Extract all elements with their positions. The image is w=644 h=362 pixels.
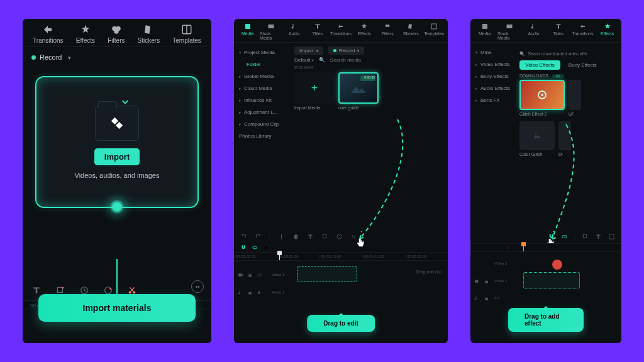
- speed-icon[interactable]: [336, 233, 343, 240]
- redo-icon[interactable]: [255, 233, 262, 240]
- video-track-2[interactable]: Video 2: [470, 257, 621, 270]
- tab-titles[interactable]: Titles: [306, 23, 328, 40]
- delete-icon[interactable]: [292, 233, 299, 240]
- more-icon[interactable]: [350, 233, 357, 240]
- search-input[interactable]: [528, 52, 603, 56]
- tab-effects[interactable]: Effects: [353, 23, 375, 40]
- link-icon[interactable]: [561, 233, 568, 240]
- tab-transitions[interactable]: Transitions: [330, 23, 352, 40]
- lock-icon[interactable]: [247, 272, 253, 278]
- import-media-card[interactable]: +: [294, 72, 335, 104]
- sidebar-item-project-media[interactable]: ▾Project Media: [234, 47, 291, 58]
- sidebar-item-video-effects[interactable]: ▸Video Effects: [470, 58, 516, 70]
- search-input[interactable]: [330, 57, 380, 63]
- tab-effects[interactable]: Effects: [596, 23, 619, 40]
- video-track-1[interactable]: Video 1 Drag and dro: [234, 266, 448, 283]
- import-dropdown[interactable]: Import▾: [294, 47, 323, 55]
- audio-icon: [238, 290, 243, 295]
- lock-icon[interactable]: [484, 295, 489, 301]
- search-icon: 🔍: [519, 52, 525, 56]
- sidebar-item-audio-effects[interactable]: ▸Audio Effects: [470, 82, 516, 94]
- sidebar-item-body-effects[interactable]: ▸Body Effects: [470, 70, 516, 82]
- tab-templates[interactable]: Templates: [172, 24, 201, 44]
- sidebar-item-cloud-media[interactable]: ▸Cloud Media: [234, 82, 291, 94]
- crop-icon[interactable]: [321, 233, 328, 240]
- tab-titles[interactable]: Titles: [547, 23, 570, 40]
- timeline-ruler[interactable]: [470, 243, 621, 252]
- filter-body-effects[interactable]: Body Effects: [563, 60, 602, 70]
- filter-video-effects[interactable]: Video Effects: [519, 60, 560, 70]
- video-icon: [238, 272, 243, 278]
- svg-point-24: [259, 274, 260, 275]
- svg-point-15: [387, 25, 390, 27]
- sidebar-item-influence-kit[interactable]: ▸Influence Kit: [234, 94, 291, 106]
- effect-clip[interactable]: [552, 260, 562, 270]
- section-label: FOLDER: [294, 65, 444, 70]
- panel-drag-to-add-effect: Media Stock Media Audio Titles Transitio…: [470, 19, 621, 343]
- undo-icon[interactable]: [240, 233, 247, 240]
- tab-stickers[interactable]: Stickers: [138, 24, 160, 44]
- audio-icon: [474, 295, 480, 301]
- sidebar-item-compound-clip[interactable]: ▸Compound Clip: [234, 118, 291, 130]
- sidebar-item-global-media[interactable]: ▸Global Media: [234, 70, 291, 82]
- effect-thumbnail-color-glitch[interactable]: [519, 121, 555, 150]
- magnet-icon[interactable]: [240, 244, 247, 251]
- record-dropdown[interactable]: Record: [23, 47, 211, 67]
- tab-audio[interactable]: Audio: [283, 23, 305, 40]
- media-browser: Import▾ Record▾ Default ▾ 🔍 FOLDER + Imp…: [291, 43, 448, 168]
- tab-filters[interactable]: Filters: [108, 24, 125, 44]
- link-icon[interactable]: [252, 244, 258, 251]
- import-drop-zone[interactable]: Import Videos, audios, and images: [35, 76, 199, 208]
- sidebar-item-mine[interactable]: ▾Mine: [470, 47, 516, 58]
- text-icon[interactable]: [595, 233, 602, 240]
- playhead[interactable]: [279, 253, 280, 260]
- effect-thumbnail-glitch[interactable]: [519, 80, 565, 110]
- marker-icon[interactable]: [263, 244, 269, 251]
- more-icon[interactable]: [608, 233, 615, 240]
- tab-media[interactable]: Media: [236, 23, 258, 40]
- tab-stock-media[interactable]: Stock Media: [260, 23, 282, 40]
- split-icon[interactable]: [278, 233, 285, 240]
- playhead[interactable]: [523, 244, 524, 251]
- lock-icon[interactable]: [247, 290, 253, 295]
- svg-rect-19: [253, 246, 257, 248]
- tab-transitions[interactable]: Transitions: [571, 23, 594, 40]
- tab-stock-media[interactable]: Stock Media: [497, 23, 521, 40]
- tab-filters[interactable]: Filters: [377, 23, 399, 40]
- timeline-ruler[interactable]: 00:00:00:0000:00:05:0000:00:10:0000:00:1…: [234, 252, 448, 261]
- eye-icon[interactable]: [257, 272, 262, 278]
- mute-icon[interactable]: [257, 290, 262, 295]
- app-logo-icon: [111, 117, 123, 128]
- crop-icon[interactable]: [582, 233, 589, 240]
- magnet-icon[interactable]: [548, 233, 555, 240]
- clip-duration: 0:00:05: [364, 75, 375, 79]
- tab-stickers[interactable]: Stickers: [400, 23, 422, 40]
- clip-drop-zone[interactable]: [297, 266, 357, 282]
- video-track-1[interactable]: Video 1: [470, 272, 621, 290]
- effect-thumbnail[interactable]: [569, 80, 581, 110]
- audio-track-1[interactable]: A 1: [470, 292, 621, 304]
- tab-audio[interactable]: Audio: [522, 23, 545, 40]
- text-tool-icon[interactable]: [31, 285, 42, 295]
- record-dropdown[interactable]: Record▾: [328, 47, 365, 55]
- sidebar-item-adjustment-layer[interactable]: ▸Adjustment L…: [234, 106, 291, 118]
- effect-drop-zone[interactable]: [523, 272, 580, 288]
- downloads-count: 21: [552, 74, 564, 78]
- sidebar-item-folder[interactable]: Folder: [234, 58, 291, 70]
- sort-dropdown[interactable]: Default ▾: [294, 57, 314, 63]
- text-icon[interactable]: [307, 233, 314, 240]
- tab-transitions[interactable]: Transitions: [33, 24, 64, 44]
- drop-hint-text: Drag and dro: [416, 270, 441, 274]
- clip-thumbnail-user-guide[interactable]: 0:00:05: [338, 72, 379, 104]
- tab-templates[interactable]: Templates: [423, 23, 445, 40]
- import-button[interactable]: Import: [94, 148, 140, 165]
- sidebar-item-photos-library[interactable]: Photos Library: [234, 130, 291, 142]
- tab-effects[interactable]: Effects: [76, 24, 95, 44]
- lock-icon[interactable]: [484, 278, 489, 284]
- audio-track-1[interactable]: Audio 1: [234, 286, 448, 299]
- ai-assistant-icon[interactable]: ••: [191, 280, 204, 293]
- sidebar-item-boris-fx[interactable]: ▸Boris FX: [470, 94, 516, 106]
- effect-thumbnail[interactable]: [558, 121, 571, 150]
- tab-media[interactable]: Media: [473, 23, 496, 40]
- effects-browser: 🔍 Video Effects Body Effects DOWNLOADS 2…: [516, 43, 621, 175]
